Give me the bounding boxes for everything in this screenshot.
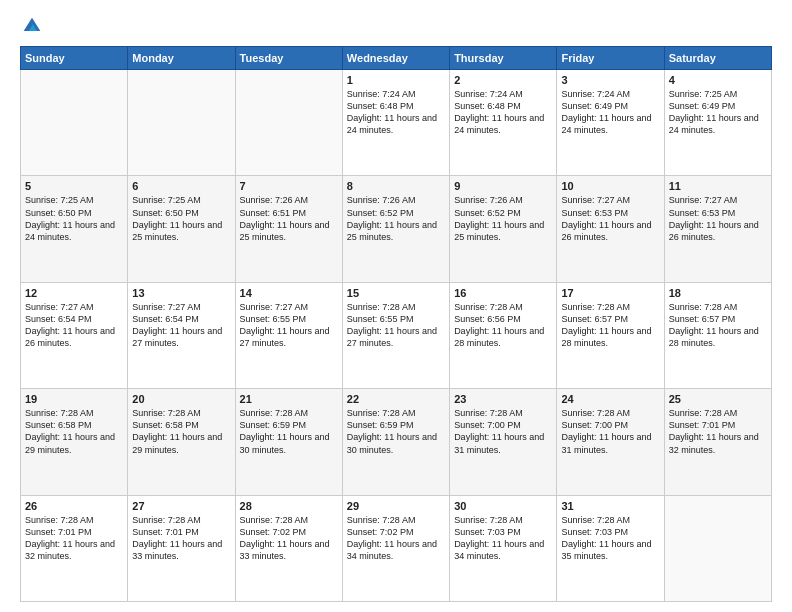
day-number: 19 bbox=[25, 393, 123, 405]
day-number: 22 bbox=[347, 393, 445, 405]
day-number: 25 bbox=[669, 393, 767, 405]
day-info: Sunrise: 7:25 AM Sunset: 6:49 PM Dayligh… bbox=[669, 88, 767, 137]
calendar-cell: 5Sunrise: 7:25 AM Sunset: 6:50 PM Daylig… bbox=[21, 176, 128, 282]
calendar-cell: 1Sunrise: 7:24 AM Sunset: 6:48 PM Daylig… bbox=[342, 70, 449, 176]
calendar-cell: 10Sunrise: 7:27 AM Sunset: 6:53 PM Dayli… bbox=[557, 176, 664, 282]
calendar-cell: 26Sunrise: 7:28 AM Sunset: 7:01 PM Dayli… bbox=[21, 495, 128, 601]
calendar-week-row: 5Sunrise: 7:25 AM Sunset: 6:50 PM Daylig… bbox=[21, 176, 772, 282]
day-info: Sunrise: 7:27 AM Sunset: 6:53 PM Dayligh… bbox=[669, 194, 767, 243]
day-info: Sunrise: 7:25 AM Sunset: 6:50 PM Dayligh… bbox=[132, 194, 230, 243]
calendar-week-row: 12Sunrise: 7:27 AM Sunset: 6:54 PM Dayli… bbox=[21, 282, 772, 388]
day-info: Sunrise: 7:28 AM Sunset: 6:59 PM Dayligh… bbox=[240, 407, 338, 456]
day-number: 18 bbox=[669, 287, 767, 299]
calendar-weekday-tuesday: Tuesday bbox=[235, 47, 342, 70]
day-info: Sunrise: 7:28 AM Sunset: 6:58 PM Dayligh… bbox=[25, 407, 123, 456]
day-number: 24 bbox=[561, 393, 659, 405]
day-number: 8 bbox=[347, 180, 445, 192]
day-number: 29 bbox=[347, 500, 445, 512]
day-info: Sunrise: 7:28 AM Sunset: 7:00 PM Dayligh… bbox=[561, 407, 659, 456]
day-info: Sunrise: 7:25 AM Sunset: 6:50 PM Dayligh… bbox=[25, 194, 123, 243]
calendar-cell: 11Sunrise: 7:27 AM Sunset: 6:53 PM Dayli… bbox=[664, 176, 771, 282]
calendar-table: SundayMondayTuesdayWednesdayThursdayFrid… bbox=[20, 46, 772, 602]
day-info: Sunrise: 7:28 AM Sunset: 6:56 PM Dayligh… bbox=[454, 301, 552, 350]
day-number: 2 bbox=[454, 74, 552, 86]
calendar-weekday-saturday: Saturday bbox=[664, 47, 771, 70]
day-number: 14 bbox=[240, 287, 338, 299]
calendar-cell: 8Sunrise: 7:26 AM Sunset: 6:52 PM Daylig… bbox=[342, 176, 449, 282]
calendar-cell: 30Sunrise: 7:28 AM Sunset: 7:03 PM Dayli… bbox=[450, 495, 557, 601]
calendar-cell: 12Sunrise: 7:27 AM Sunset: 6:54 PM Dayli… bbox=[21, 282, 128, 388]
calendar-cell: 18Sunrise: 7:28 AM Sunset: 6:57 PM Dayli… bbox=[664, 282, 771, 388]
calendar-cell: 21Sunrise: 7:28 AM Sunset: 6:59 PM Dayli… bbox=[235, 389, 342, 495]
day-info: Sunrise: 7:28 AM Sunset: 6:55 PM Dayligh… bbox=[347, 301, 445, 350]
day-number: 17 bbox=[561, 287, 659, 299]
calendar-cell: 22Sunrise: 7:28 AM Sunset: 6:59 PM Dayli… bbox=[342, 389, 449, 495]
day-info: Sunrise: 7:28 AM Sunset: 7:00 PM Dayligh… bbox=[454, 407, 552, 456]
day-info: Sunrise: 7:28 AM Sunset: 7:02 PM Dayligh… bbox=[347, 514, 445, 563]
calendar-cell: 29Sunrise: 7:28 AM Sunset: 7:02 PM Dayli… bbox=[342, 495, 449, 601]
day-info: Sunrise: 7:28 AM Sunset: 7:02 PM Dayligh… bbox=[240, 514, 338, 563]
day-info: Sunrise: 7:26 AM Sunset: 6:52 PM Dayligh… bbox=[454, 194, 552, 243]
day-info: Sunrise: 7:27 AM Sunset: 6:54 PM Dayligh… bbox=[25, 301, 123, 350]
calendar-header-row: SundayMondayTuesdayWednesdayThursdayFrid… bbox=[21, 47, 772, 70]
day-number: 6 bbox=[132, 180, 230, 192]
calendar-cell: 25Sunrise: 7:28 AM Sunset: 7:01 PM Dayli… bbox=[664, 389, 771, 495]
calendar-weekday-friday: Friday bbox=[557, 47, 664, 70]
calendar-cell: 2Sunrise: 7:24 AM Sunset: 6:48 PM Daylig… bbox=[450, 70, 557, 176]
day-number: 12 bbox=[25, 287, 123, 299]
calendar-cell: 15Sunrise: 7:28 AM Sunset: 6:55 PM Dayli… bbox=[342, 282, 449, 388]
day-info: Sunrise: 7:28 AM Sunset: 7:03 PM Dayligh… bbox=[561, 514, 659, 563]
day-info: Sunrise: 7:27 AM Sunset: 6:55 PM Dayligh… bbox=[240, 301, 338, 350]
logo-icon bbox=[22, 16, 42, 36]
calendar-cell: 4Sunrise: 7:25 AM Sunset: 6:49 PM Daylig… bbox=[664, 70, 771, 176]
calendar-cell: 3Sunrise: 7:24 AM Sunset: 6:49 PM Daylig… bbox=[557, 70, 664, 176]
day-info: Sunrise: 7:24 AM Sunset: 6:48 PM Dayligh… bbox=[347, 88, 445, 137]
day-number: 16 bbox=[454, 287, 552, 299]
calendar-cell: 14Sunrise: 7:27 AM Sunset: 6:55 PM Dayli… bbox=[235, 282, 342, 388]
day-info: Sunrise: 7:28 AM Sunset: 6:57 PM Dayligh… bbox=[561, 301, 659, 350]
day-number: 26 bbox=[25, 500, 123, 512]
calendar-cell: 17Sunrise: 7:28 AM Sunset: 6:57 PM Dayli… bbox=[557, 282, 664, 388]
calendar-cell bbox=[664, 495, 771, 601]
day-number: 7 bbox=[240, 180, 338, 192]
day-info: Sunrise: 7:28 AM Sunset: 7:01 PM Dayligh… bbox=[132, 514, 230, 563]
calendar-cell: 20Sunrise: 7:28 AM Sunset: 6:58 PM Dayli… bbox=[128, 389, 235, 495]
day-info: Sunrise: 7:27 AM Sunset: 6:53 PM Dayligh… bbox=[561, 194, 659, 243]
day-number: 4 bbox=[669, 74, 767, 86]
calendar-cell: 27Sunrise: 7:28 AM Sunset: 7:01 PM Dayli… bbox=[128, 495, 235, 601]
calendar-weekday-monday: Monday bbox=[128, 47, 235, 70]
calendar-weekday-sunday: Sunday bbox=[21, 47, 128, 70]
day-number: 10 bbox=[561, 180, 659, 192]
calendar-cell: 23Sunrise: 7:28 AM Sunset: 7:00 PM Dayli… bbox=[450, 389, 557, 495]
day-number: 13 bbox=[132, 287, 230, 299]
calendar-cell bbox=[21, 70, 128, 176]
calendar-cell: 7Sunrise: 7:26 AM Sunset: 6:51 PM Daylig… bbox=[235, 176, 342, 282]
day-info: Sunrise: 7:28 AM Sunset: 6:59 PM Dayligh… bbox=[347, 407, 445, 456]
day-number: 31 bbox=[561, 500, 659, 512]
day-info: Sunrise: 7:28 AM Sunset: 6:57 PM Dayligh… bbox=[669, 301, 767, 350]
page: SundayMondayTuesdayWednesdayThursdayFrid… bbox=[0, 0, 792, 612]
day-info: Sunrise: 7:27 AM Sunset: 6:54 PM Dayligh… bbox=[132, 301, 230, 350]
calendar-cell: 19Sunrise: 7:28 AM Sunset: 6:58 PM Dayli… bbox=[21, 389, 128, 495]
logo bbox=[20, 16, 42, 36]
calendar-cell: 31Sunrise: 7:28 AM Sunset: 7:03 PM Dayli… bbox=[557, 495, 664, 601]
calendar-weekday-wednesday: Wednesday bbox=[342, 47, 449, 70]
day-info: Sunrise: 7:24 AM Sunset: 6:49 PM Dayligh… bbox=[561, 88, 659, 137]
day-number: 30 bbox=[454, 500, 552, 512]
day-number: 3 bbox=[561, 74, 659, 86]
day-number: 11 bbox=[669, 180, 767, 192]
calendar-week-row: 19Sunrise: 7:28 AM Sunset: 6:58 PM Dayli… bbox=[21, 389, 772, 495]
day-number: 21 bbox=[240, 393, 338, 405]
header bbox=[20, 16, 772, 36]
calendar-cell: 24Sunrise: 7:28 AM Sunset: 7:00 PM Dayli… bbox=[557, 389, 664, 495]
day-number: 28 bbox=[240, 500, 338, 512]
calendar-cell: 16Sunrise: 7:28 AM Sunset: 6:56 PM Dayli… bbox=[450, 282, 557, 388]
day-info: Sunrise: 7:28 AM Sunset: 6:58 PM Dayligh… bbox=[132, 407, 230, 456]
day-info: Sunrise: 7:28 AM Sunset: 7:01 PM Dayligh… bbox=[669, 407, 767, 456]
day-info: Sunrise: 7:26 AM Sunset: 6:52 PM Dayligh… bbox=[347, 194, 445, 243]
day-number: 20 bbox=[132, 393, 230, 405]
calendar-cell: 6Sunrise: 7:25 AM Sunset: 6:50 PM Daylig… bbox=[128, 176, 235, 282]
day-number: 27 bbox=[132, 500, 230, 512]
calendar-cell: 28Sunrise: 7:28 AM Sunset: 7:02 PM Dayli… bbox=[235, 495, 342, 601]
calendar-cell: 13Sunrise: 7:27 AM Sunset: 6:54 PM Dayli… bbox=[128, 282, 235, 388]
